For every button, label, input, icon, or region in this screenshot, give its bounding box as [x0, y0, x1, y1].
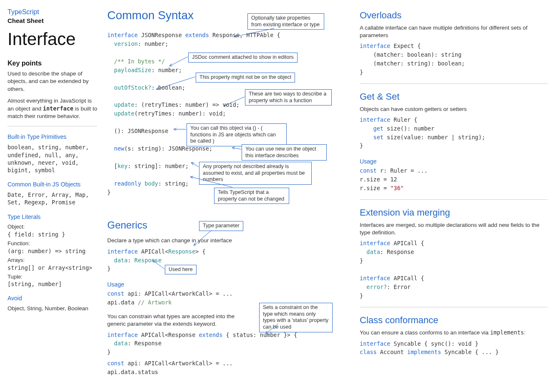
generics-code-3: interface APICall<Response extends { sta…: [107, 331, 350, 357]
common-syntax-code: interface JSONResponse extends Response,…: [107, 31, 280, 197]
extension-heading: Extension via merging: [360, 206, 547, 219]
getset-usage-code: const r: Ruler = ... r.size = 12 r.size …: [360, 166, 547, 193]
jsobjects-heading: Common Built-in JS Objects: [8, 181, 97, 188]
sidebar: TypeScript Cheat Sheet Interface Key poi…: [8, 8, 97, 377]
avoid-body: Object, String, Number, Boolean: [8, 305, 97, 312]
callout-constraint: Sets a constraint on the type which mean…: [259, 303, 333, 332]
divider: [360, 83, 547, 84]
main-column: Common Syntax Optionally take properties…: [107, 8, 350, 377]
getset-usage-heading: Usage: [360, 158, 547, 166]
primitives-body: boolean, string, number, undefined, null…: [8, 143, 97, 174]
callout-usedhere: Used here: [165, 265, 197, 275]
typeliterals-heading: Type Literals: [8, 213, 97, 221]
brand-cheatsheet: Cheat Sheet: [8, 17, 97, 25]
common-syntax-panel: Common Syntax Optionally take properties…: [107, 8, 350, 208]
callout-extends: Optionally take properties from existing…: [247, 13, 324, 30]
page-title: Interface: [8, 28, 97, 51]
callout-typeparam: Type parameter: [199, 221, 243, 231]
overloads-heading: Overloads: [360, 9, 547, 22]
overloads-code: interface Expect { (matcher: boolean): s…: [360, 42, 547, 77]
keypoints-heading: Key points: [8, 59, 97, 68]
lit-function: (arg: number) => string: [8, 247, 97, 255]
generics-code-4: const api: APICall<ArtworkCall> = ... ap…: [107, 359, 350, 377]
divider: [360, 307, 547, 307]
keypoints-p2: Almost everything in JavaScript is an ob…: [8, 97, 97, 121]
lit-object: { field: string }: [8, 231, 97, 238]
keypoints-p1: Used to describe the shape of objects, a…: [8, 70, 97, 93]
lit-arrays-label: Arrays:: [8, 256, 97, 264]
getset-heading: Get & Set: [360, 90, 547, 103]
primitives-heading: Built-in Type Primitives: [8, 133, 97, 141]
lit-object-label: Object:: [8, 223, 97, 231]
jsobjects-body: Date, Error, Array, Map, Set, Regexp, Pr…: [8, 191, 97, 206]
divider: [360, 199, 547, 200]
right-column: Overloads A callable interface can have …: [360, 8, 547, 377]
overloads-desc: A callable interface can have multiple d…: [360, 24, 547, 39]
getset-desc: Objects can have custom getters or sette…: [360, 106, 547, 113]
class-conformance-heading: Class conformance: [360, 314, 547, 327]
lit-function-label: Function:: [8, 240, 97, 247]
divider: [8, 126, 97, 126]
generics-usage-heading: Usage: [107, 281, 350, 289]
class-conformance-desc: You can ensure a class conforms to an in…: [360, 329, 547, 337]
getset-code: interface Ruler { get size(): number set…: [360, 116, 547, 151]
extension-desc: Interfaces are merged, so multiple decla…: [360, 221, 547, 236]
generics-panel: Generics Type parameter Declare a type w…: [107, 219, 350, 377]
avoid-heading: Avoid: [8, 294, 97, 302]
lit-arrays: string[] or Array<string>: [8, 264, 97, 271]
lit-tuple-label: Tuple:: [8, 273, 97, 281]
generics-constrain-desc: You can constrain what types are accepte…: [107, 313, 249, 328]
generics-desc: Declare a type which can change in your …: [107, 237, 350, 244]
lit-tuple: [string, number]: [8, 280, 97, 288]
generics-heading: Generics: [107, 219, 147, 232]
page: TypeScript Cheat Sheet Interface Key poi…: [0, 0, 555, 377]
class-conformance-code: interface Syncable { sync(): void } clas…: [360, 339, 547, 357]
generics-code-1: interface APICall<Response> { data: Resp…: [107, 247, 350, 274]
extension-code: interface APICall { data: Response } int…: [360, 239, 547, 300]
brand-typescript: TypeScript: [8, 8, 97, 17]
